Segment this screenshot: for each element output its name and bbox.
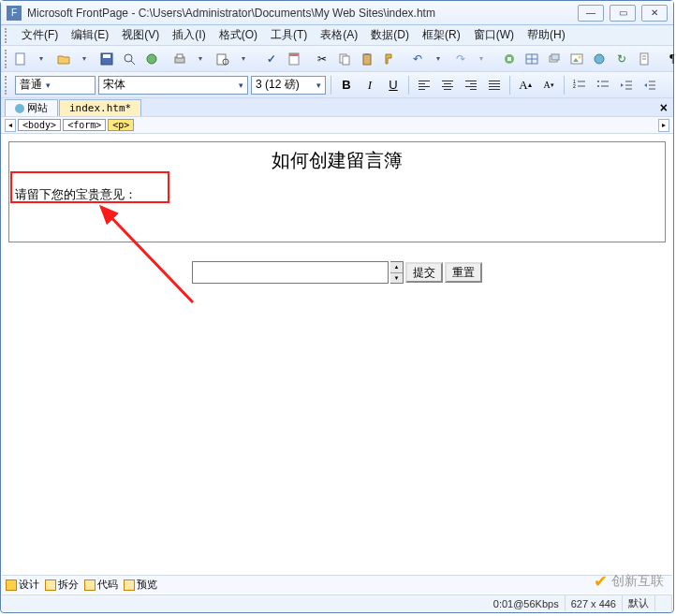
- view-split[interactable]: 拆分: [45, 578, 79, 592]
- menu-format[interactable]: 格式(O): [213, 25, 263, 45]
- bullet-list-button[interactable]: [593, 75, 613, 95]
- svg-rect-2: [103, 54, 110, 58]
- bold-button[interactable]: B: [336, 75, 357, 95]
- refresh-button[interactable]: ↻: [611, 49, 632, 69]
- dropdown-icon[interactable]: ▾: [190, 49, 211, 69]
- svg-rect-11: [289, 53, 299, 56]
- copy-button[interactable]: [334, 49, 355, 69]
- svg-point-25: [579, 55, 581, 58]
- submit-button[interactable]: 提交: [405, 262, 443, 283]
- menu-tools[interactable]: 工具(T): [265, 25, 313, 45]
- research-button[interactable]: [284, 49, 304, 69]
- dropdown-icon[interactable]: ▾: [233, 49, 254, 69]
- spin-up-icon[interactable]: ▲: [390, 262, 403, 273]
- cut-button[interactable]: ✂: [312, 49, 332, 69]
- separator: [564, 76, 565, 95]
- indent-button[interactable]: [639, 75, 660, 95]
- paste-button[interactable]: [357, 49, 377, 69]
- italic-button[interactable]: I: [360, 75, 380, 95]
- svg-point-34: [597, 81, 599, 82]
- textarea-field[interactable]: [192, 261, 389, 284]
- spellcheck-button[interactable]: ✓: [261, 49, 282, 69]
- new-button[interactable]: [10, 49, 31, 69]
- window-title: Microsoft FrontPage - C:\Users\Administr…: [27, 7, 578, 20]
- tab-website[interactable]: 网站: [5, 99, 58, 116]
- undo-button[interactable]: ↶: [407, 49, 428, 69]
- svg-marker-42: [644, 83, 647, 87]
- align-right-button[interactable]: [461, 75, 481, 95]
- design-canvas[interactable]: 如何创建留言簿 请留下您的宝贵意见： ▲▼ 提交 重置: [1, 134, 673, 576]
- document-tabs: 网站 index.htm* ×: [1, 98, 673, 117]
- spin-down-icon[interactable]: ▼: [390, 273, 403, 284]
- reset-button[interactable]: 重置: [445, 262, 482, 283]
- open-button[interactable]: [53, 49, 74, 69]
- minimize-button[interactable]: —: [578, 5, 604, 22]
- align-left-button[interactable]: [414, 75, 434, 95]
- menu-insert[interactable]: 插入(I): [167, 25, 211, 45]
- outdent-button[interactable]: [616, 75, 637, 95]
- hyperlink-button[interactable]: [589, 49, 610, 69]
- menu-file[interactable]: 文件(F): [16, 25, 64, 45]
- menu-frames[interactable]: 框架(R): [417, 25, 466, 45]
- dropdown-icon[interactable]: ▾: [428, 49, 448, 69]
- menu-help[interactable]: 帮助(H): [522, 25, 571, 45]
- increase-font-button[interactable]: A▴: [515, 75, 536, 95]
- align-justify-button[interactable]: [484, 75, 505, 95]
- stop-button[interactable]: [634, 49, 654, 69]
- globe-icon: [15, 104, 24, 113]
- svg-point-35: [597, 85, 599, 87]
- svg-rect-17: [507, 57, 511, 61]
- tag-selector-bar: ◂ <body> <form> <p> ▸: [1, 117, 673, 134]
- publish-button[interactable]: [141, 49, 162, 69]
- next-button[interactable]: ▸: [658, 119, 669, 132]
- tag-p[interactable]: <p>: [108, 119, 134, 131]
- underline-button[interactable]: U: [383, 75, 404, 95]
- menu-table[interactable]: 表格(A): [315, 25, 363, 45]
- search-button[interactable]: [119, 49, 140, 69]
- size-combo[interactable]: 3 (12 磅)▾: [251, 76, 326, 95]
- layer-button[interactable]: [544, 49, 565, 69]
- page-heading[interactable]: 如何创建留言簿: [9, 142, 665, 183]
- menu-view[interactable]: 视图(V): [116, 25, 165, 45]
- menu-edit[interactable]: 编辑(E): [66, 25, 114, 45]
- dropdown-icon[interactable]: ▾: [471, 49, 492, 69]
- view-code[interactable]: 代码: [84, 578, 118, 592]
- decrease-font-button[interactable]: A▾: [538, 75, 559, 95]
- font-combo[interactable]: 宋体▾: [98, 76, 248, 95]
- menu-data[interactable]: 数据(D): [365, 25, 415, 45]
- dropdown-icon[interactable]: ▾: [74, 49, 95, 69]
- redo-button[interactable]: ↷: [450, 49, 471, 69]
- style-combo[interactable]: 普通▾: [15, 76, 96, 95]
- view-preview[interactable]: 预览: [124, 578, 157, 592]
- print-button[interactable]: [169, 49, 190, 69]
- spinner-control[interactable]: ▲▼: [390, 261, 404, 284]
- separator: [331, 76, 331, 95]
- align-center-button[interactable]: [437, 75, 458, 95]
- format-painter-button[interactable]: [379, 49, 400, 69]
- maximize-button[interactable]: ▭: [610, 5, 636, 22]
- table-button[interactable]: [522, 49, 542, 69]
- close-tab-button[interactable]: ×: [660, 100, 668, 115]
- separator: [509, 76, 510, 95]
- page-content[interactable]: 如何创建留言簿 请留下您的宝贵意见：: [8, 141, 666, 242]
- prev-button[interactable]: ◂: [5, 119, 16, 132]
- menu-window[interactable]: 窗口(W): [468, 25, 520, 45]
- tag-form[interactable]: <form>: [63, 119, 106, 131]
- close-button[interactable]: ✕: [641, 5, 668, 22]
- numbered-list-button[interactable]: 12: [569, 75, 590, 95]
- web-component-button[interactable]: [499, 49, 520, 69]
- code-icon: [84, 579, 96, 591]
- svg-line-4: [131, 61, 135, 65]
- view-design[interactable]: 设计: [6, 578, 39, 592]
- status-time: 0:01@56Kbps: [488, 595, 566, 611]
- tab-document[interactable]: index.htm*: [59, 99, 141, 116]
- status-mode: 默认: [623, 595, 655, 611]
- tag-body[interactable]: <body>: [18, 119, 61, 131]
- prompt-text[interactable]: 请留下您的宝贵意见：: [9, 183, 665, 207]
- save-button[interactable]: [96, 49, 117, 69]
- preview-button[interactable]: [213, 49, 233, 69]
- picture-button[interactable]: [566, 49, 587, 69]
- dropdown-icon[interactable]: ▾: [31, 49, 51, 69]
- svg-rect-7: [177, 54, 183, 58]
- show-all-button[interactable]: ¶: [662, 49, 676, 69]
